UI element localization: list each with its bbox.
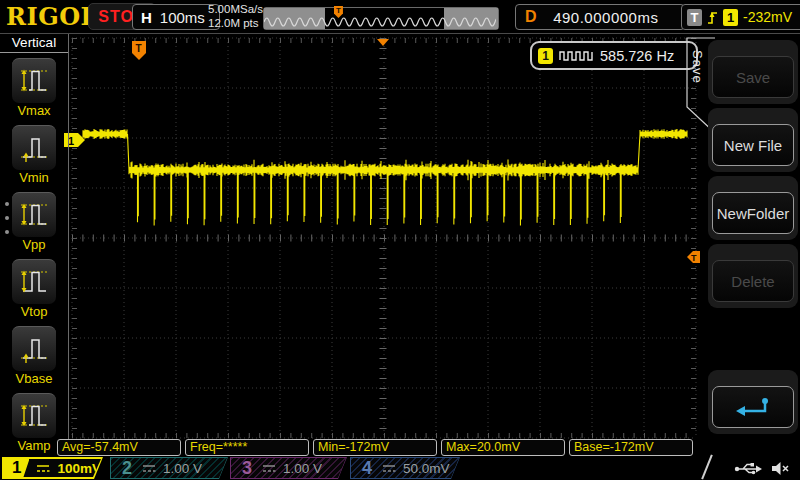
channel-2-tab[interactable]: 2 1.00 V: [110, 457, 228, 479]
sidebar-item-label: Vbase: [12, 371, 56, 386]
vbase-icon: [12, 326, 56, 371]
vtop-icon: [12, 259, 56, 304]
trigger-label: T: [687, 9, 702, 26]
measurement-freq: Freq=*****: [185, 439, 309, 456]
delay-box[interactable]: D 490.000000ms: [515, 4, 685, 30]
sidebar-scroll-dots: [5, 202, 9, 234]
memory-waveform-thumbnail: [264, 8, 496, 27]
measurement-results-bar: Avg=-57.4mV Freq=***** Min=-172mV Max=20…: [57, 439, 693, 456]
top-status-bar: RIGOL STOP H 100ms 5.00MSa/s 12.0M pts T…: [0, 0, 800, 34]
sidebar-item-vbase[interactable]: Vbase: [12, 326, 56, 386]
sidebar-item-vamp[interactable]: Vamp: [12, 393, 56, 453]
channel-3-scale: 1.00 V: [283, 461, 322, 476]
waveform-display: 1TT: [60, 35, 704, 440]
horizontal-timebase-box[interactable]: H 100ms: [132, 4, 220, 30]
sidebar-item-label: Vamp: [12, 438, 56, 453]
rising-edge-icon: [707, 9, 718, 25]
channel-4-number: 4: [359, 458, 375, 479]
oscilloscope-screen: RIGOL STOP H 100ms 5.00MSa/s 12.0M pts T…: [0, 0, 800, 480]
measurement-base: Base=-172mV: [569, 439, 693, 456]
speaker-muted-icon[interactable]: [772, 461, 790, 476]
dc-coupling-icon: [262, 463, 276, 474]
channel-badge: 1: [538, 48, 553, 64]
delay-value: 490.000000ms: [537, 9, 675, 26]
horizontal-center-marker: [377, 39, 389, 46]
timebase-label: H: [141, 9, 152, 26]
usb-icon: [734, 461, 762, 476]
menu-slot: Save: [708, 40, 798, 104]
dc-coupling-icon: [142, 463, 156, 474]
channel-3-tab[interactable]: 3 1.00 V: [230, 457, 347, 479]
dc-coupling-icon: [36, 463, 50, 474]
sample-rate: 5.00MSa/s: [208, 3, 263, 17]
menu-slot: Delete: [708, 244, 798, 308]
status-separator: [701, 455, 713, 480]
return-arrow-icon: [735, 395, 771, 419]
new-file-button[interactable]: New File: [712, 124, 794, 166]
sidebar-item-vmax[interactable]: Vmax: [12, 58, 56, 118]
measure-sidebar: Vertical Vmax: [0, 33, 69, 439]
channel-4-tab[interactable]: 4 50.0mV: [350, 457, 460, 479]
vmin-icon: [12, 125, 56, 170]
ch1-waveform-trace: [83, 129, 687, 225]
delete-button[interactable]: Delete: [712, 260, 794, 302]
new-folder-button[interactable]: NewFolder: [712, 192, 794, 234]
channel-2-scale: 1.00 V: [163, 461, 202, 476]
sidebar-item-label: Vmax: [12, 103, 56, 118]
timebase-value: 100ms: [160, 9, 205, 26]
frequency-value: 585.726 Hz: [600, 48, 674, 64]
menu-slot: New File: [708, 108, 798, 172]
trigger-source-badge: 1: [723, 9, 738, 26]
vmax-icon: [12, 58, 56, 103]
measurement-min: Min=-172mV: [313, 439, 437, 456]
measurement-max: Max=20.0mV: [441, 439, 565, 456]
menu-slot: NewFolder: [708, 176, 798, 240]
delay-label: D: [525, 8, 537, 26]
save-button[interactable]: Save: [712, 56, 794, 98]
channel-1-scale: 100mV: [57, 461, 101, 476]
menu-slot: [708, 370, 798, 434]
sidebar-item-vtop[interactable]: Vtop: [12, 259, 56, 319]
sidebar-item-label: Vtop: [12, 304, 56, 319]
channel-3-number: 3: [239, 458, 255, 479]
square-wave-icon: [559, 48, 594, 63]
channel-1-number: 1: [4, 459, 29, 477]
vamp-icon: [12, 393, 56, 438]
channel-1-tab[interactable]: 1 100mV: [2, 457, 103, 479]
sidebar-item-label: Vpp: [12, 237, 56, 252]
channel-4-scale: 50.0mV: [403, 461, 450, 476]
rigol-logo: RIGOL: [6, 2, 98, 31]
trigger-level-value: -232mV: [743, 9, 792, 25]
memory-depth: 12.0M pts: [208, 17, 263, 31]
menu-tab-save: Save: [690, 50, 705, 84]
acquisition-info: 5.00MSa/s 12.0M pts: [208, 3, 263, 30]
sidebar-item-vmin[interactable]: Vmin: [12, 125, 56, 185]
sidebar-item-label: Vmin: [12, 170, 56, 185]
channel-status-bar: 1 100mV 2 1.00 V 3 1.00 V: [0, 456, 800, 480]
back-button[interactable]: [712, 386, 794, 428]
memory-position-bar[interactable]: T: [263, 7, 499, 30]
trigger-level-label: T: [691, 253, 697, 263]
trigger-status-box[interactable]: T 1 -232mV: [681, 4, 800, 30]
channel-2-number: 2: [119, 458, 135, 479]
sidebar-item-vpp[interactable]: Vpp: [12, 192, 56, 252]
vpp-icon: [12, 192, 56, 237]
trigger-position-label: T: [136, 43, 142, 54]
frequency-counter: 1 585.726 Hz: [530, 41, 698, 70]
dc-coupling-icon: [382, 463, 396, 474]
measurement-avg: Avg=-57.4mV: [57, 439, 181, 456]
sidebar-title: Vertical: [0, 33, 68, 53]
